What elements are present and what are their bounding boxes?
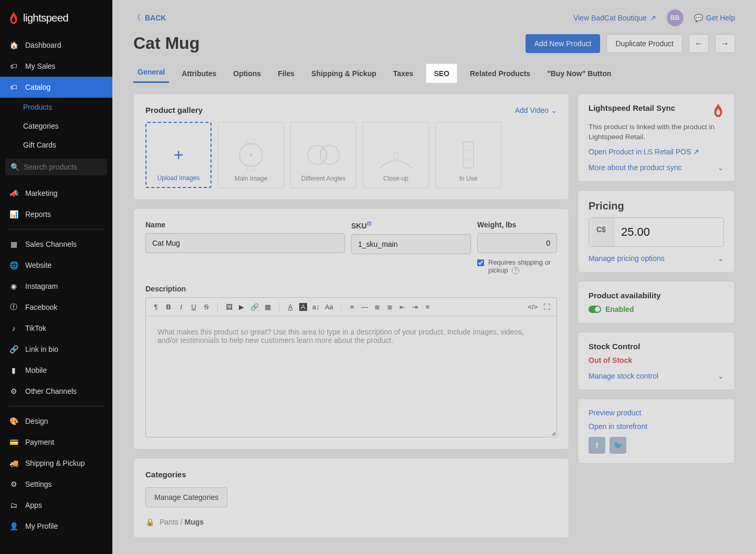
code-view-tool[interactable]: </> (528, 303, 538, 311)
preview-product-link[interactable]: Preview product (589, 409, 724, 417)
nav-facebook[interactable]: ⓕFacebook (0, 297, 112, 318)
editor-toolbar: ¶ B I U S 🖼 ▶ 🔗 ▦ (146, 298, 556, 316)
title-row: Cat Mug Add New Product Duplicate Produc… (133, 34, 735, 53)
svg-point-1 (249, 153, 253, 156)
avatar[interactable]: BB (667, 9, 684, 26)
nav-products[interactable]: Products (0, 98, 112, 117)
tab-buy-now[interactable]: "Buy Now" Button (543, 64, 615, 83)
info-icon[interactable]: ? (512, 267, 519, 274)
editor-body[interactable]: What makes this product so great? Use th… (146, 316, 556, 437)
tab-attributes[interactable]: Attributes (177, 64, 220, 83)
open-ls-retail-link[interactable]: Open Product in LS Retail POS ↗ (589, 148, 724, 156)
get-help-link[interactable]: 💬 Get Help (694, 14, 735, 22)
nav-shipping[interactable]: 🚚Shipping & Pickup (0, 453, 112, 474)
nav-other-channels[interactable]: ⚙Other Channels (0, 381, 112, 402)
indent-tool[interactable]: ⇥ (412, 303, 419, 311)
strike-tool[interactable]: S (203, 303, 210, 311)
italic-tool[interactable]: I (177, 303, 185, 311)
sync-more-row[interactable]: More about the product sync ⌄ (589, 163, 724, 172)
divider (8, 229, 104, 229)
categories-title: Categories (145, 470, 557, 479)
currency-label: C$ (589, 218, 614, 246)
resize-handle-icon[interactable]: ◢ (551, 430, 555, 436)
nav-catalog[interactable]: 🏷Catalog (0, 77, 112, 98)
paragraph-tool[interactable]: ¶ (152, 303, 160, 311)
back-button[interactable]: 〈 BACK (133, 13, 166, 23)
bg-color-tool[interactable]: A (299, 303, 307, 311)
search-box[interactable]: 🔍 (5, 159, 107, 175)
nav-design[interactable]: 🎨Design (0, 411, 112, 432)
view-store-link[interactable]: View BadCat Boutique ↗ (573, 14, 656, 22)
nav-my-sales[interactable]: 🏷My Sales (0, 56, 112, 77)
fullscreen-tool[interactable]: ⛶ (543, 303, 550, 311)
align-tool[interactable]: ≡ (349, 303, 356, 311)
availability-status[interactable]: Enabled (589, 305, 724, 313)
prev-product-button[interactable]: ← (689, 34, 709, 53)
price-input[interactable] (614, 218, 723, 246)
manage-categories-button[interactable]: Manage Categories (145, 487, 227, 507)
hr-tool[interactable]: — (361, 303, 369, 311)
text-case-tool[interactable]: Aa (325, 303, 333, 311)
nav-website[interactable]: 🌐Website (0, 255, 112, 276)
add-product-button[interactable]: Add New Product (526, 34, 601, 53)
nav-reports[interactable]: 📊Reports (0, 204, 112, 225)
link-tool[interactable]: 🔗 (250, 303, 259, 311)
toggle-on-icon[interactable] (589, 306, 601, 313)
requires-shipping-checkbox[interactable] (477, 259, 484, 266)
name-input[interactable] (145, 233, 345, 253)
share-facebook-button[interactable]: f (589, 437, 605, 454)
nav-sales-channels[interactable]: ▦Sales Channels (0, 234, 112, 255)
align-left-tool[interactable]: ≡ (424, 303, 432, 311)
flame-icon (8, 12, 19, 24)
nav-apps[interactable]: 🗂Apps (0, 495, 112, 516)
stock-manage-row[interactable]: Manage stock control ⌄ (589, 372, 724, 380)
nav-marketing[interactable]: 📣Marketing (0, 183, 112, 204)
open-storefront-link[interactable]: Open in storefront (589, 422, 724, 431)
nav-instagram[interactable]: ◉Instagram (0, 276, 112, 297)
duplicate-product-button[interactable]: Duplicate Product (606, 34, 682, 53)
nav-settings[interactable]: ⚙Settings (0, 474, 112, 495)
text-color-tool[interactable]: A (287, 303, 294, 311)
instagram-icon: ◉ (8, 281, 19, 291)
gallery-row: + Upload Images Main Image Different Ang… (145, 122, 557, 188)
list-ul-tool[interactable]: ≣ (374, 303, 381, 311)
bold-tool[interactable]: B (165, 303, 172, 311)
tab-shipping[interactable]: Shipping & Pickup (307, 64, 381, 83)
tab-seo[interactable]: SEO (426, 64, 457, 83)
outdent-tool[interactable]: ⇤ (399, 303, 406, 311)
add-video-link[interactable]: Add Video ⌄ (515, 106, 557, 114)
preview-card: Preview product Open in storefront f 🐦 (578, 399, 735, 464)
weight-input[interactable] (477, 233, 557, 253)
video-tool[interactable]: ▶ (238, 303, 245, 311)
sku-input[interactable] (351, 234, 471, 254)
tab-taxes[interactable]: Taxes (389, 64, 418, 83)
list-ol-tool[interactable]: ≣ (386, 303, 394, 311)
weight-label: Weight, lbs (477, 221, 557, 229)
search-input[interactable] (24, 163, 112, 171)
nav-tiktok[interactable]: ♪TikTok (0, 318, 112, 339)
tab-general[interactable]: General (133, 62, 169, 83)
globe-icon: 🌐 (8, 260, 19, 270)
underline-tool[interactable]: U (190, 303, 197, 311)
nav-my-profile[interactable]: 👤My Profile (0, 516, 112, 537)
nav-dashboard[interactable]: 🏠Dashboard (0, 35, 112, 56)
pricing-manage-row[interactable]: Manage pricing options ⌄ (589, 254, 724, 263)
nav-gift-cards[interactable]: Gift Cards (0, 135, 112, 154)
tab-files[interactable]: Files (274, 64, 299, 83)
nav-link-in-bio[interactable]: 🔗Link in bio (0, 339, 112, 360)
nav-mobile[interactable]: ▮Mobile (0, 360, 112, 381)
font-size-tool[interactable]: a↕ (312, 303, 320, 311)
table-tool[interactable]: ▦ (264, 303, 271, 311)
nav-categories[interactable]: Categories (0, 117, 112, 135)
tab-options[interactable]: Options (229, 64, 265, 83)
upload-images-tile[interactable]: + Upload Images (145, 122, 212, 188)
tab-related[interactable]: Related Products (466, 64, 534, 83)
flame-icon (712, 103, 724, 117)
image-tool[interactable]: 🖼 (225, 303, 233, 311)
nav-payment[interactable]: 💳Payment (0, 432, 112, 453)
sku-field: SKU⊡ (351, 221, 471, 254)
share-twitter-button[interactable]: 🐦 (610, 437, 626, 454)
watch-icon (447, 137, 489, 173)
next-product-button[interactable]: → (715, 34, 735, 53)
requires-shipping-row[interactable]: Requires shipping or pickup ? (477, 258, 557, 274)
